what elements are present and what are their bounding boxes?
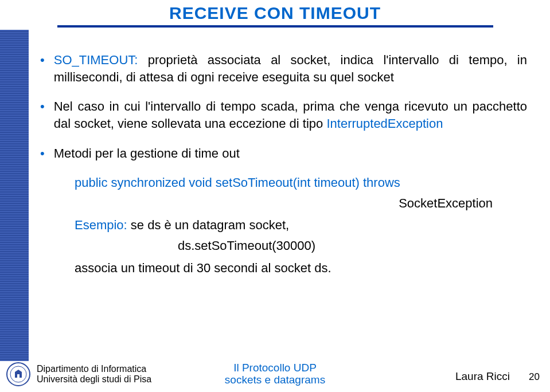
footer-center-line2: sockets e datagrams: [225, 374, 325, 386]
footer-center-line1: Il Protocollo UDP: [225, 362, 325, 374]
slide-content: • SO_TIMEOUT: proprietà associata al soc…: [40, 52, 527, 277]
bullet-3: • Metodi per la gestione di time out: [40, 145, 527, 162]
bullet-3-text: Metodi per la gestione di time out: [54, 146, 240, 160]
example-code: ds.setSoTimeout(30000): [178, 237, 527, 254]
slide-title: RECEIVE CON TIMEOUT: [0, 3, 550, 23]
bullet-icon: •: [40, 98, 45, 132]
bullet-2: • Nel caso in cui l'intervallo di tempo …: [40, 98, 527, 132]
example-label: Esempio:: [75, 218, 127, 232]
svg-rect-2: [17, 374, 19, 378]
example-desc: associa un timeout di 30 secondi al sock…: [75, 260, 527, 277]
bullet-1: • SO_TIMEOUT: proprietà associata al soc…: [40, 52, 527, 85]
code-line: public synchronized void setSoTimeout(in…: [75, 174, 527, 191]
bullet-1-prefix: SO_TIMEOUT:: [54, 53, 138, 67]
side-decoration: [0, 30, 29, 361]
bullet-2-text: Nel caso in cui l'intervallo di tempo sc…: [54, 99, 527, 131]
bullet-icon: •: [40, 145, 45, 162]
university-crest-icon: [6, 362, 31, 387]
dept-line1: Dipartimento di Informatica: [37, 364, 151, 374]
footer-author: Laura Ricci: [455, 370, 510, 383]
bullet-2-exception: InterruptedException: [326, 116, 443, 131]
example-text: se ds è un datagram socket,: [127, 218, 290, 232]
title-underline: [57, 25, 493, 28]
code-exception: SocketException: [75, 195, 527, 212]
footer-center: Il Protocollo UDP sockets e datagrams: [225, 362, 325, 386]
dept-line2: Università degli studi di Pisa: [37, 374, 151, 385]
bullet-icon: •: [40, 52, 45, 85]
page-number: 20: [529, 371, 540, 383]
